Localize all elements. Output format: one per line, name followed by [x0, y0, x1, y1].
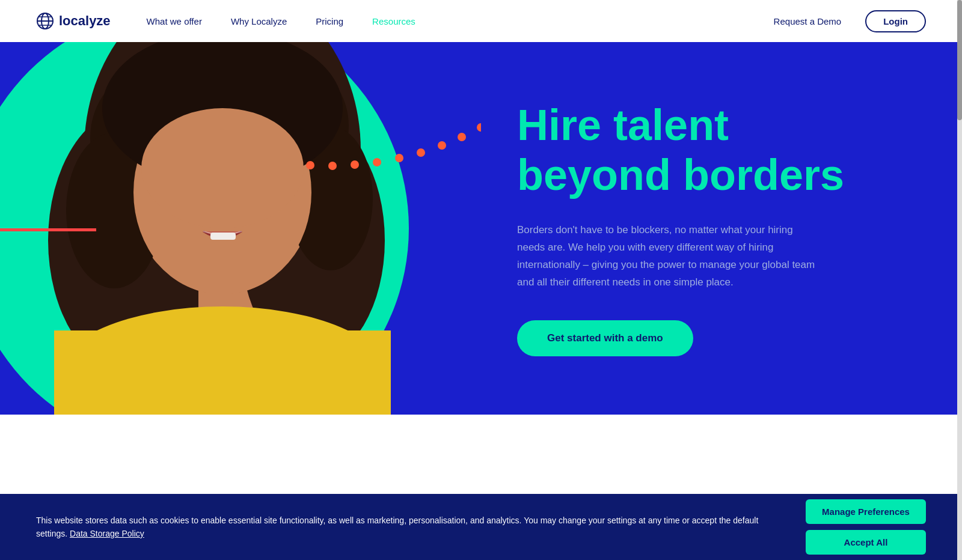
red-line-decoration: [0, 228, 96, 231]
svg-point-46: [141, 108, 304, 228]
cookie-buttons: Manage Preferences Accept All: [806, 499, 926, 555]
nav-links: What we offer Why Localyze Pricing Resou…: [147, 16, 774, 26]
cookie-text: This website stores data such as cookies…: [36, 514, 782, 541]
get-started-button[interactable]: Get started with a demo: [517, 320, 693, 356]
scrollbar[interactable]: [957, 0, 962, 560]
accept-all-button[interactable]: Accept All: [806, 530, 926, 555]
login-button[interactable]: Login: [865, 10, 926, 32]
hero-section: Hire talent beyond borders Borders don't…: [0, 42, 962, 415]
data-storage-policy-link[interactable]: Data Storage Policy: [70, 529, 144, 538]
navigation: localyze What we offer Why Localyze Pric…: [0, 0, 962, 42]
cookie-banner: This website stores data such as cookies…: [0, 494, 962, 560]
logo[interactable]: localyze: [36, 12, 111, 30]
globe-icon: [36, 12, 54, 30]
hero-description: Borders don't have to be blockers, no ma…: [517, 222, 818, 291]
hero-left: [0, 42, 481, 415]
svg-point-11: [477, 123, 481, 132]
nav-what-we-offer[interactable]: What we offer: [147, 16, 202, 26]
svg-point-13: [438, 141, 446, 150]
nav-pricing[interactable]: Pricing: [316, 16, 343, 26]
nav-right: Request a Demo Login: [774, 10, 926, 32]
request-demo-link[interactable]: Request a Demo: [774, 16, 842, 26]
hero-title: Hire talent beyond borders: [517, 100, 914, 200]
svg-point-12: [458, 133, 466, 141]
svg-rect-31: [54, 330, 391, 415]
manage-preferences-button[interactable]: Manage Preferences: [806, 499, 926, 524]
svg-rect-44: [210, 233, 236, 240]
hero-right: Hire talent beyond borders Borders don't…: [481, 42, 962, 415]
nav-resources[interactable]: Resources: [372, 16, 415, 26]
scrollbar-thumb[interactable]: [957, 0, 962, 120]
nav-why-localyze[interactable]: Why Localyze: [231, 16, 287, 26]
